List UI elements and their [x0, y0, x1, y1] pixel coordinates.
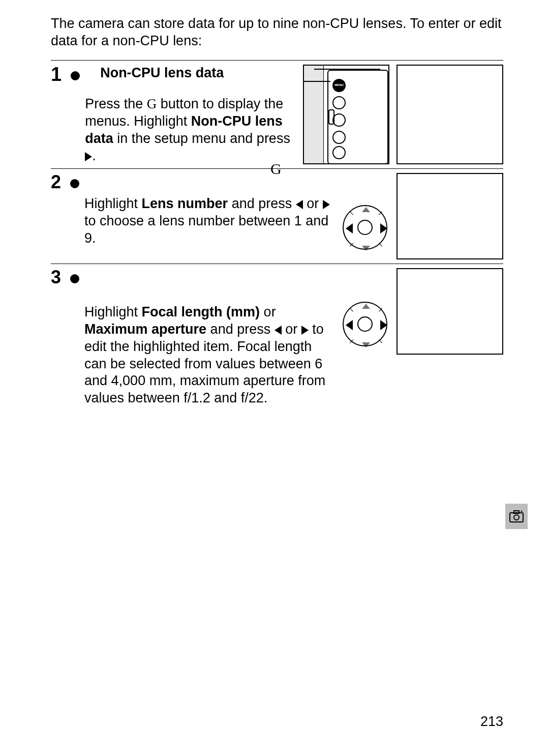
- camera-screen-box: [396, 268, 503, 355]
- svg-point-2: [514, 515, 519, 520]
- dpad-up-icon: [362, 207, 370, 212]
- step-title: Non-CPU lens data: [85, 65, 294, 82]
- camera-screen-box: [396, 173, 503, 259]
- dpad-left-icon: [346, 223, 353, 234]
- menu-g-glyph: G: [147, 96, 157, 111]
- step-number: 1: [51, 65, 62, 84]
- camera-btn-icon: [332, 131, 346, 144]
- step-body-text: Press the G button to display the menus.…: [85, 96, 294, 164]
- camera-screen-box: [396, 65, 503, 164]
- camera-tab-icon: [509, 510, 524, 522]
- camera-back-diagram: MENU: [303, 65, 389, 164]
- svg-marker-3: [521, 510, 523, 512]
- dpad-down-icon: [362, 342, 370, 347]
- nav-right-icon: [301, 326, 309, 335]
- dpad-diagram: [343, 205, 389, 252]
- intro-text: The camera can store data for up to nine…: [51, 15, 503, 50]
- g-label: G: [270, 159, 282, 179]
- step-number: 3: [51, 268, 61, 286]
- nav-right-icon: [323, 200, 330, 209]
- rule: [51, 60, 503, 61]
- dpad-right-icon: [380, 223, 387, 234]
- svg-rect-1: [514, 511, 519, 513]
- rule: [51, 264, 503, 264]
- dpad-up-icon: [362, 304, 370, 309]
- bullet-icon: [70, 179, 79, 188]
- dpad-down-icon: [362, 246, 370, 251]
- camera-btn-icon: [332, 146, 346, 159]
- side-tab: [505, 504, 528, 529]
- dpad-left-icon: [346, 320, 353, 330]
- menu-button-icon: MENU: [332, 79, 346, 92]
- step-body-text: Highlight Lens number and press or to ch…: [84, 195, 333, 247]
- svg-rect-0: [510, 513, 523, 522]
- camera-btn-icon: [332, 96, 346, 109]
- page-number: 213: [480, 713, 503, 731]
- nav-left-icon: [296, 200, 303, 209]
- bullet-icon: [70, 274, 79, 283]
- nav-left-icon: [274, 326, 282, 335]
- step-3: 3 Highlight Focal length (mm) or Maximum…: [51, 268, 503, 407]
- dpad-diagram: [343, 302, 389, 348]
- dpad-right-icon: [380, 320, 387, 330]
- bullet-icon: [71, 71, 80, 80]
- nav-right-icon: [85, 152, 92, 161]
- step-number: 2: [51, 173, 61, 191]
- step-body-text: Highlight Focal length (mm) or Maximum a…: [84, 304, 333, 407]
- step-2: 2 Highlight Lens number and press or to …: [51, 173, 503, 259]
- step-1: 1 Non-CPU lens data Press the G button t…: [51, 65, 503, 165]
